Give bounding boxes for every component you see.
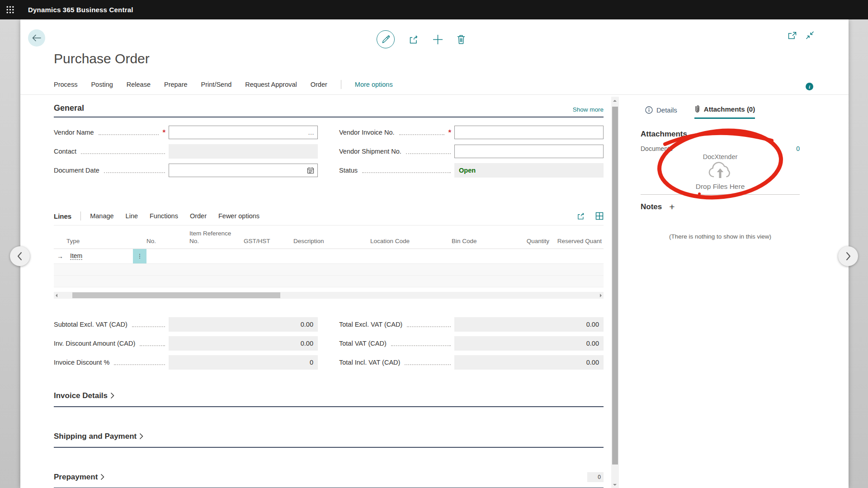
active-row-arrow-icon: → — [54, 249, 66, 263]
row-options-button[interactable]: ⋮ — [133, 249, 146, 263]
column-no[interactable]: No. — [146, 227, 189, 249]
contact-field — [169, 144, 318, 159]
page-actions — [377, 30, 466, 48]
document-date-field[interactable] — [169, 164, 318, 177]
vendor-name-input[interactable] — [169, 126, 308, 139]
documents-count[interactable]: 0 — [796, 145, 800, 152]
invoice-details-title[interactable]: Invoice Details — [54, 391, 108, 400]
description-cell[interactable] — [293, 249, 370, 263]
bin-code-cell[interactable] — [452, 249, 501, 263]
tab-details-label: Details — [656, 106, 677, 114]
lines-table-header: Type No. Item Reference No. GST/HST Desc… — [54, 227, 604, 249]
item-reference-cell[interactable] — [189, 249, 244, 263]
fewer-options-button[interactable]: Fewer options — [218, 212, 259, 220]
open-in-excel-button[interactable] — [595, 212, 604, 220]
scroll-up-arrow-icon[interactable] — [613, 100, 617, 102]
vendor-name-field[interactable]: … — [169, 126, 318, 139]
menu-release[interactable]: Release — [127, 81, 151, 88]
lookup-ellipsis-icon[interactable]: … — [308, 129, 317, 136]
column-item-reference-no[interactable]: Item Reference No. — [189, 227, 244, 249]
tab-details[interactable]: Details — [645, 105, 677, 119]
command-bar: Process Posting Release Prepare Print/Se… — [54, 80, 393, 89]
vendor-invoice-no-field[interactable] — [454, 126, 604, 139]
reserved-quantity-cell[interactable] — [551, 249, 604, 263]
menu-posting[interactable]: Posting — [91, 81, 113, 88]
dotted-leader — [81, 149, 165, 154]
column-type[interactable]: Type — [66, 227, 133, 249]
menu-process[interactable]: Process — [54, 81, 77, 88]
horizontal-scrollbar[interactable] — [54, 292, 604, 299]
column-gst-hst[interactable]: GST/HST — [244, 227, 293, 249]
column-description[interactable]: Description — [293, 227, 370, 249]
lines-menu-manage[interactable]: Manage — [90, 212, 113, 220]
document-date-label: Document Date — [54, 167, 99, 174]
invoice-discount-pct-row: Invoice Discount % 0 — [54, 353, 318, 372]
collapse-button[interactable] — [806, 31, 814, 39]
no-cell[interactable] — [146, 249, 189, 263]
vertical-scrollbar-thumb[interactable] — [612, 107, 618, 465]
totals-left-column: Subtotal Excl. VAT (CAD) 0.00 Inv. Disco… — [54, 315, 318, 372]
column-location-code[interactable]: Location Code — [370, 227, 452, 249]
new-button[interactable] — [433, 34, 443, 45]
shipping-and-payment-title[interactable]: Shipping and Payment — [54, 432, 137, 441]
horizontal-scrollbar-thumb[interactable] — [72, 292, 280, 298]
info-icon[interactable]: i — [806, 83, 813, 90]
column-quantity[interactable]: Quantity — [501, 227, 551, 249]
trash-icon — [457, 34, 466, 44]
column-bin-code[interactable]: Bin Code — [452, 227, 501, 249]
add-note-button[interactable]: + — [669, 202, 675, 211]
table-row[interactable]: → Item ⋮ — [54, 249, 604, 264]
type-value[interactable]: Item — [70, 252, 82, 260]
back-button[interactable] — [28, 29, 45, 47]
vertical-scrollbar[interactable] — [611, 97, 619, 488]
menu-order[interactable]: Order — [311, 81, 327, 88]
lines-tab[interactable]: Lines — [54, 212, 71, 220]
tab-attachments[interactable]: Attachments (0) — [694, 105, 755, 119]
share-button[interactable] — [408, 34, 419, 44]
total-excl-vat-row: Total Excl. VAT (CAD) 0.00 — [339, 315, 604, 334]
lines-menu-line[interactable]: Line — [126, 212, 138, 220]
dotted-leader — [114, 360, 165, 365]
vendor-shipment-no-field[interactable] — [454, 145, 604, 158]
quantity-cell[interactable] — [501, 249, 551, 263]
prepayment-title[interactable]: Prepayment — [54, 473, 98, 482]
column-reserved-quantity[interactable]: Reserved Quant — [551, 227, 604, 249]
app-launcher-icon[interactable] — [0, 0, 20, 19]
delete-button[interactable] — [457, 34, 466, 44]
show-more-link[interactable]: Show more — [573, 106, 604, 113]
scroll-right-arrow-icon[interactable] — [600, 294, 602, 297]
lines-share-button[interactable] — [576, 212, 585, 220]
chevron-right-icon[interactable] — [139, 433, 143, 440]
vendor-shipment-no-input[interactable] — [455, 145, 603, 158]
app-top-bar: Dynamics 365 Business Central — [0, 0, 868, 19]
subtotal-label: Subtotal Excl. VAT (CAD) — [54, 321, 127, 328]
notes-header: Notes + — [641, 202, 800, 211]
scroll-down-arrow-icon[interactable] — [613, 484, 617, 486]
inv-discount-amount-row: Inv. Discount Amount (CAD) 0.00 — [54, 334, 318, 353]
contact-label: Contact — [54, 148, 76, 155]
totals-section: Subtotal Excl. VAT (CAD) 0.00 Inv. Disco… — [54, 315, 604, 372]
lines-menu-order[interactable]: Order — [190, 212, 207, 220]
document-date-input[interactable] — [169, 164, 307, 177]
section-underline — [54, 406, 604, 407]
menu-prepare[interactable]: Prepare — [164, 81, 188, 88]
lines-menu-functions[interactable]: Functions — [150, 212, 178, 220]
menu-request-approval[interactable]: Request Approval — [245, 81, 297, 88]
chevron-right-icon[interactable] — [100, 474, 104, 480]
calendar-icon[interactable] — [307, 167, 317, 174]
scroll-left-arrow-icon[interactable] — [56, 294, 57, 297]
vendor-invoice-no-input[interactable] — [455, 126, 603, 139]
purchase-order-page: Purchase Order — [20, 19, 849, 488]
open-in-new-window-button[interactable] — [788, 31, 797, 39]
previous-record-button[interactable] — [10, 246, 30, 266]
gst-hst-cell[interactable] — [244, 249, 293, 263]
popout-icon — [788, 32, 797, 39]
next-record-button[interactable] — [838, 246, 858, 266]
docxtender-dropzone[interactable]: DocXtender Drop Files Here — [641, 153, 800, 191]
type-cell[interactable]: Item — [66, 249, 133, 263]
menu-print-send[interactable]: Print/Send — [201, 81, 232, 88]
edit-button[interactable] — [377, 30, 395, 48]
more-options-button[interactable]: More options — [355, 81, 393, 88]
chevron-right-icon[interactable] — [110, 392, 114, 399]
location-code-cell[interactable] — [370, 249, 452, 263]
